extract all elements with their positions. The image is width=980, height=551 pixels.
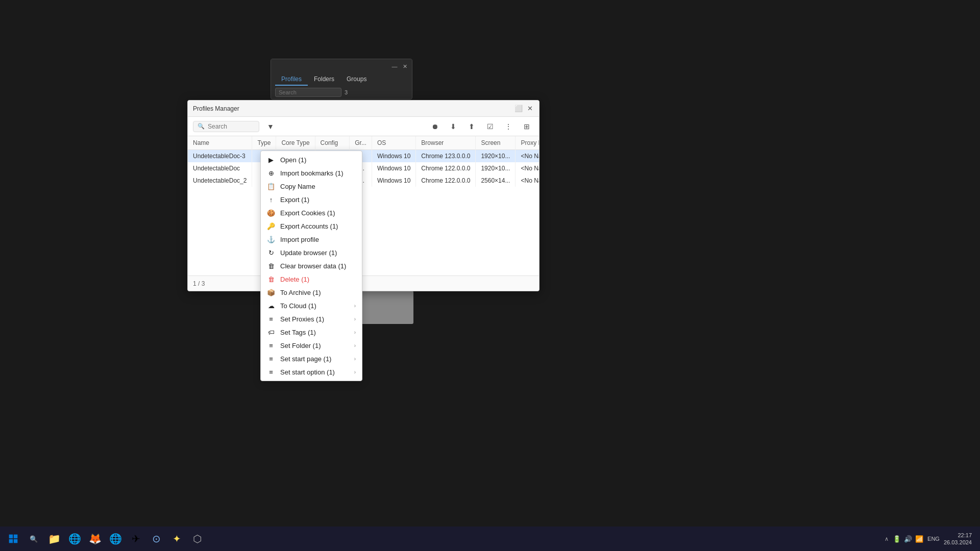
table-cell-1-5: Windows 10 — [372, 162, 415, 174]
table-cell-1-7: 1920×10... — [476, 162, 516, 174]
menu-arrow-to-cloud: › — [354, 303, 356, 309]
more-options-button[interactable]: ⋮ — [501, 119, 516, 134]
menu-label-copy-name: Copy Name — [280, 183, 356, 190]
bg-tab-profiles[interactable]: Profiles — [275, 73, 308, 86]
menu-item-set-folder[interactable]: ≡Set Folder (1)› — [261, 339, 362, 352]
menu-item-clear-browser-data[interactable]: 🗑Clear browser data (1) — [261, 259, 362, 272]
menu-item-set-tags[interactable]: 🏷Set Tags (1)› — [261, 325, 362, 339]
menu-icon-export: ↑ — [267, 195, 275, 204]
table-cell-0-5: Windows 10 — [372, 150, 415, 163]
taskbar-file-explorer[interactable]: 📁 — [45, 530, 63, 548]
menu-icon-to-cloud: ☁ — [267, 302, 275, 310]
bg-minimize-btn[interactable]: — — [391, 63, 398, 69]
upload-button[interactable]: ⬆ — [464, 119, 479, 134]
menu-item-export[interactable]: ↑Export (1) — [261, 193, 362, 206]
col-header-screen: Screen — [476, 136, 516, 150]
checkbox-button[interactable]: ☑ — [483, 119, 497, 134]
window-controls: ⬜ ✕ — [514, 105, 534, 113]
col-header-type: Type — [252, 136, 276, 150]
taskbar-search-button[interactable]: 🔍 — [24, 530, 43, 548]
window-titlebar: Profiles Manager ⬜ ✕ — [188, 101, 539, 117]
grid-button[interactable]: ⊞ — [520, 119, 534, 134]
menu-label-delete: Delete (1) — [280, 276, 356, 283]
window-restore-btn[interactable]: ⬜ — [514, 105, 523, 113]
table-cell-0-6: Chrome 123.0.0.0 — [416, 150, 476, 163]
menu-item-import-bookmarks[interactable]: ⊕Import bookmarks (1) — [261, 166, 362, 180]
background-app-window: — ✕ Profiles Folders Groups 3 — [271, 59, 412, 99]
window-close-btn[interactable]: ✕ — [526, 105, 534, 113]
profiles-table-container: Name Type Core Type Config Gr... OS Brow… — [188, 136, 539, 276]
menu-label-clear-browser-data: Clear browser data (1) — [280, 262, 356, 270]
menu-label-set-start-page: Set start page (1) — [280, 355, 349, 363]
menu-item-set-start-page[interactable]: ≡Set start page (1)› — [261, 352, 362, 365]
menu-item-set-start-option[interactable]: ≡Set start option (1)› — [261, 365, 362, 379]
record-button[interactable]: ⏺ — [428, 119, 442, 134]
col-header-group: Gr... — [350, 136, 372, 150]
table-cell-2-6: Chrome 122.0.0.0 — [416, 174, 476, 187]
taskbar-app2[interactable]: ✦ — [167, 530, 186, 548]
menu-item-update-browser[interactable]: ↻Update browser (1) — [261, 246, 362, 259]
taskbar-app3[interactable]: ⬡ — [188, 530, 206, 548]
taskbar-firefox[interactable]: 🦊 — [86, 530, 104, 548]
taskbar-telegram[interactable]: ✈ — [127, 530, 145, 548]
table-cell-2-8: <No Name> — [516, 174, 539, 187]
bg-tab-folders[interactable]: Folders — [308, 73, 340, 86]
chromium-icon: 🌐 — [109, 533, 122, 545]
menu-label-import-bookmarks: Import bookmarks (1) — [280, 169, 356, 177]
menu-item-to-archive[interactable]: 📦To Archive (1) — [261, 286, 362, 299]
telegram-icon: ✈ — [132, 533, 140, 545]
bg-search-area: 3 — [271, 86, 412, 99]
table-cell-1-6: Chrome 122.0.0.0 — [416, 162, 476, 174]
start-button[interactable] — [4, 530, 22, 548]
menu-label-set-folder: Set Folder (1) — [280, 342, 349, 349]
menu-arrow-set-tags: › — [354, 330, 356, 335]
table-cell-0-0: UndetectableDoc-3 — [188, 150, 252, 163]
menu-item-copy-name[interactable]: 📋Copy Name — [261, 180, 362, 193]
tray-wifi-icon[interactable]: 🔋 — [893, 535, 901, 543]
menu-item-export-cookies[interactable]: 🍪Export Cookies (1) — [261, 206, 362, 219]
menu-item-import-profile[interactable]: ⚓Import profile — [261, 233, 362, 246]
tray-volume-icon[interactable]: 🔊 — [904, 535, 912, 543]
tray-network-icon[interactable]: 📶 — [915, 535, 923, 543]
toolbar: 🔍 ▼ ⏺ ⬇ ⬆ ☑ ⋮ ⊞ — [188, 117, 539, 136]
menu-label-import-profile: Import profile — [280, 236, 356, 243]
app3-icon: ⬡ — [193, 533, 202, 545]
taskbar-chromium[interactable]: 🌐 — [106, 530, 125, 548]
table-row[interactable]: UndetectableDoc_2...5677...D...Windows 1… — [188, 174, 539, 187]
menu-label-set-tags: Set Tags (1) — [280, 329, 349, 336]
tray-datetime[interactable]: 22:17 26.03.2024 — [944, 532, 972, 546]
col-header-core-type: Core Type — [276, 136, 315, 150]
table-row[interactable]: UndetectableDoc...5677...D...Windows 10C… — [188, 162, 539, 174]
tray-expand-button[interactable]: ∧ — [885, 536, 889, 542]
col-header-browser: Browser — [416, 136, 476, 150]
menu-icon-to-archive: 📦 — [267, 288, 275, 296]
menu-icon-export-cookies: 🍪 — [267, 209, 275, 217]
profiles-manager-window: Profiles Manager ⬜ ✕ 🔍 ▼ ⏺ ⬇ ⬆ ☑ ⋮ ⊞ Nam… — [187, 100, 540, 291]
context-menu: ▶Open (1)⊕Import bookmarks (1)📋Copy Name… — [260, 151, 362, 381]
menu-icon-set-tags: 🏷 — [267, 328, 275, 336]
language-indicator[interactable]: ENG — [927, 536, 940, 542]
menu-item-export-accounts[interactable]: 🔑Export Accounts (1) — [261, 219, 362, 233]
search-input[interactable] — [208, 123, 254, 130]
table-cell-0-7: 1920×10... — [476, 150, 516, 163]
bg-search-input[interactable] — [275, 88, 341, 97]
bg-tab-groups[interactable]: Groups — [340, 73, 373, 86]
bg-count: 3 — [345, 89, 348, 95]
bg-close-btn[interactable]: ✕ — [402, 63, 408, 69]
table-row[interactable]: UndetectableDoc-3...5803...Windows 10Chr… — [188, 150, 539, 163]
taskbar-app1[interactable]: ⊙ — [147, 530, 165, 548]
menu-label-set-proxies: Set Proxies (1) — [280, 315, 349, 323]
table-cell-2-7: 2560×14... — [476, 174, 516, 187]
taskbar-chrome[interactable]: 🌐 — [65, 530, 84, 548]
filter-button[interactable]: ▼ — [263, 119, 278, 134]
taskbar: 🔍 📁 🌐 🦊 🌐 ✈ ⊙ ✦ ⬡ ∧ 🔋 🔊 📶 ENG — [0, 527, 980, 551]
menu-item-delete[interactable]: 🗑Delete (1) — [261, 272, 362, 286]
menu-icon-import-bookmarks: ⊕ — [267, 169, 275, 177]
download-button[interactable]: ⬇ — [446, 119, 460, 134]
bg-tabs: Profiles Folders Groups — [271, 73, 412, 86]
menu-label-export-accounts: Export Accounts (1) — [280, 222, 356, 230]
menu-item-set-proxies[interactable]: ≡Set Proxies (1)› — [261, 312, 362, 325]
menu-item-open[interactable]: ▶Open (1) — [261, 153, 362, 166]
menu-icon-clear-browser-data: 🗑 — [267, 262, 275, 270]
menu-item-to-cloud[interactable]: ☁To Cloud (1)› — [261, 299, 362, 312]
